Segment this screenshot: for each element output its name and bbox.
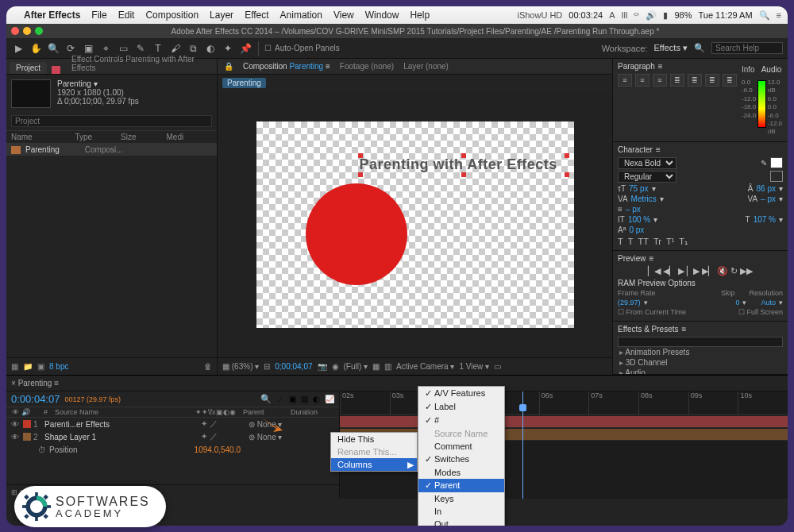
res-dropdown[interactable]: Auto: [761, 299, 776, 306]
effects-category[interactable]: 3D Channel: [618, 357, 783, 368]
tab-layer[interactable]: Layer (none): [403, 62, 449, 71]
ctx-col-parent[interactable]: ✓Parent: [418, 479, 504, 492]
shape-layer-circle[interactable]: [306, 183, 407, 285]
stroke-width-input[interactable]: – px: [626, 205, 641, 214]
tab-effect-controls[interactable]: Effect Controls Parenting with After Eff…: [65, 53, 214, 74]
viewer-time[interactable]: 0;00;04;07: [275, 362, 312, 371]
text-handle-icon[interactable]: [565, 153, 569, 158]
selection-tool-icon[interactable]: ▶: [11, 41, 25, 56]
search-icon[interactable]: 🔍: [260, 394, 272, 404]
last-frame-icon[interactable]: ▶▏: [702, 266, 715, 276]
ctx-col-in[interactable]: In: [418, 505, 504, 518]
project-item[interactable]: Parenting Composi...: [6, 144, 217, 156]
composition-canvas[interactable]: Parenting with After Effects: [256, 121, 574, 328]
effects-category[interactable]: Animation Presets: [618, 347, 783, 357]
property-row[interactable]: ⏱ Position 1094.0,540.0: [6, 443, 339, 456]
search-help-input[interactable]: [711, 42, 783, 54]
font-weight-dropdown[interactable]: Regular: [618, 171, 676, 183]
menu-help[interactable]: Help: [410, 10, 430, 21]
composition-viewer[interactable]: Parenting with After Effects: [218, 91, 612, 357]
baseline-input[interactable]: 0 px: [629, 226, 644, 234]
align-right-icon[interactable]: ≡: [653, 74, 667, 87]
align-center-icon[interactable]: ≡: [635, 74, 649, 87]
tab-project[interactable]: Project: [10, 62, 47, 74]
snapshot-icon[interactable]: 📷: [318, 362, 327, 371]
loop-icon[interactable]: ↻: [730, 266, 738, 276]
lock-icon[interactable]: 🔒: [224, 62, 233, 71]
from-current-checkbox[interactable]: ☐ From Current Time: [618, 308, 686, 316]
effects-search-input[interactable]: [618, 337, 783, 347]
frameblend-icon[interactable]: ▤: [301, 395, 308, 403]
stopwatch-icon[interactable]: ⏱: [38, 445, 49, 454]
ctx-col-switches[interactable]: ✓Switches: [418, 453, 504, 466]
res-half-icon[interactable]: ⊟: [264, 362, 270, 371]
timeline-layer-row[interactable]: 👁 1 Parenti...er Effects ✦ ／ ⊚ None ▾: [6, 418, 339, 430]
graph-editor-icon[interactable]: 📈: [325, 395, 334, 403]
tab-composition[interactable]: Composition Parenting ≡: [243, 62, 330, 71]
timeline-layer-row[interactable]: 👁 2 Shape Layer 1 ✦ ／ ⊚ None ▾: [6, 430, 339, 443]
zoom-icon[interactable]: [35, 27, 43, 35]
align-left-icon[interactable]: ≡: [618, 74, 632, 87]
faux-italic-icon[interactable]: T: [628, 237, 634, 247]
ctx-col-comment[interactable]: Comment: [418, 440, 504, 453]
panel-effects-presets[interactable]: Effects & Presets: [618, 325, 679, 333]
subscript-icon[interactable]: T₁: [679, 237, 688, 247]
col-type[interactable]: Type: [75, 133, 121, 141]
panel-info[interactable]: Info: [742, 65, 755, 74]
col-name[interactable]: Name: [11, 133, 75, 141]
hscale-input[interactable]: 107 %: [754, 215, 776, 224]
ctx-col-modes[interactable]: Modes: [418, 466, 504, 479]
ctx-col-a-v-features[interactable]: ✓A/V Features: [418, 387, 504, 400]
minimize-icon[interactable]: [23, 27, 31, 35]
stroke-color-swatch[interactable]: [770, 171, 783, 182]
grid-icon[interactable]: ▦: [372, 362, 380, 371]
trash-icon[interactable]: 🗑: [204, 362, 212, 371]
views-dropdown[interactable]: 1 View ▾: [459, 362, 489, 371]
tab-footage[interactable]: Footage (none): [340, 62, 394, 71]
position-value[interactable]: 1094.0,540.0: [195, 445, 241, 454]
spotlight-icon[interactable]: 🔍: [759, 10, 770, 21]
zoom-tool-icon[interactable]: 🔍: [46, 41, 60, 56]
av-col-icon[interactable]: 👁 🔊: [10, 408, 41, 416]
new-comp-icon[interactable]: ▣: [37, 362, 44, 371]
hand-tool-icon[interactable]: ✋: [29, 41, 43, 56]
skip-dropdown[interactable]: 0: [735, 299, 739, 306]
roto-tool-icon[interactable]: ✦: [221, 41, 235, 56]
fullscreen-checkbox[interactable]: ☐ Full Screen: [738, 308, 783, 316]
timeline-tab[interactable]: × Parenting ≡: [11, 379, 59, 387]
text-handle-icon[interactable]: [358, 172, 363, 177]
col-media[interactable]: Medi: [167, 133, 213, 141]
leading-input[interactable]: 86 px: [757, 184, 776, 193]
text-handle-icon[interactable]: [461, 153, 466, 158]
justify-center-icon[interactable]: ≣: [688, 74, 702, 87]
label-color-icon[interactable]: [23, 433, 31, 441]
mute-icon[interactable]: 🔇: [717, 266, 728, 276]
effects-category[interactable]: Audio: [618, 368, 783, 375]
ctx-col-out[interactable]: Out: [418, 518, 504, 526]
ctx-col-label[interactable]: ✓Label: [418, 400, 504, 414]
shy-icon[interactable]: ⟋: [276, 395, 284, 403]
ctx-hide-this[interactable]: Hide This: [331, 433, 417, 445]
visibility-icon[interactable]: 👁: [10, 420, 21, 429]
menu-animation[interactable]: Animation: [280, 10, 322, 21]
next-frame-icon[interactable]: ▏▶: [687, 266, 700, 276]
panel-preview[interactable]: Preview: [618, 254, 646, 263]
folder-icon[interactable]: 📁: [23, 362, 33, 371]
visibility-icon[interactable]: 👁: [10, 433, 21, 441]
channels-icon[interactable]: ◉: [332, 362, 339, 371]
menu-file[interactable]: File: [91, 10, 106, 21]
kerning-dropdown[interactable]: Metrics: [631, 195, 657, 203]
menu-view[interactable]: View: [333, 10, 354, 21]
resolution-dropdown[interactable]: (Full) ▾: [344, 362, 368, 371]
framerate-dropdown[interactable]: (29.97): [618, 299, 641, 306]
eyedropper-icon[interactable]: ✎: [761, 159, 767, 168]
menu-composition[interactable]: Composition: [145, 10, 198, 21]
menu-effect[interactable]: Effect: [245, 10, 268, 21]
font-family-dropdown[interactable]: Nexa Bold: [618, 157, 676, 169]
interpret-icon[interactable]: ▦: [11, 362, 18, 371]
ctx-col--[interactable]: ✓#: [418, 414, 504, 427]
ctx-columns[interactable]: Columns▶: [331, 458, 417, 471]
panel-character[interactable]: Character: [618, 145, 653, 154]
text-layer[interactable]: Parenting with After Effects: [360, 156, 557, 173]
first-frame-icon[interactable]: ▏◀: [648, 266, 661, 276]
